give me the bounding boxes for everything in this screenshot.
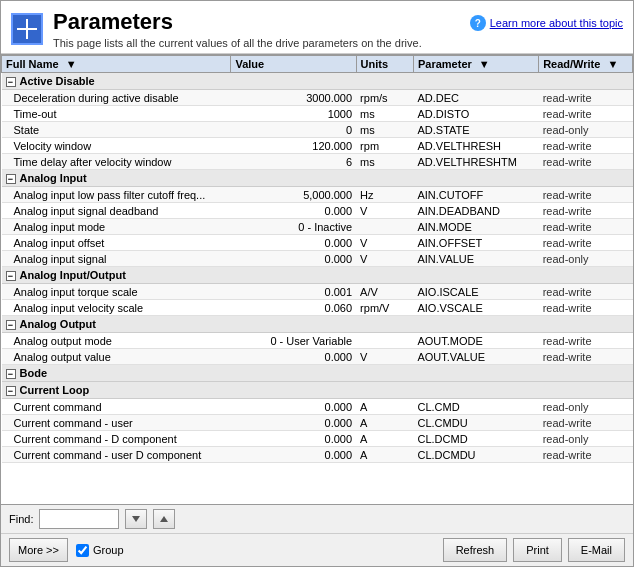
param-name: Current command xyxy=(2,399,231,415)
param-name: Current command - user xyxy=(2,415,231,431)
table-row[interactable]: Analog output mode0 - User VariableAOUT.… xyxy=(2,333,633,349)
param-rw: read-only xyxy=(539,399,633,415)
param-units: V xyxy=(356,235,413,251)
find-down-button[interactable] xyxy=(125,509,147,529)
help-link[interactable]: ? Learn more about this topic xyxy=(470,15,623,31)
table-row[interactable]: Current command0.000ACL.CMDread-only xyxy=(2,399,633,415)
table-row[interactable]: Velocity window120.000rpmAD.VELTHRESHrea… xyxy=(2,138,633,154)
group-toggle[interactable]: − xyxy=(6,386,16,396)
group-toggle[interactable]: − xyxy=(6,320,16,330)
param-code: AIO.VSCALE xyxy=(413,300,538,316)
param-name: Analog input velocity scale xyxy=(2,300,231,316)
page-title: Parameters xyxy=(53,9,422,35)
param-code: AD.DEC xyxy=(413,90,538,106)
table-row[interactable]: Current command - D component0.000ACL.DC… xyxy=(2,431,633,447)
param-name: Analog output value xyxy=(2,349,231,365)
learn-more-link[interactable]: Learn more about this topic xyxy=(490,17,623,29)
table-row[interactable]: Analog output value0.000VAOUT.VALUEread-… xyxy=(2,349,633,365)
table-row[interactable]: Analog input mode0 - InactiveAIN.MODErea… xyxy=(2,219,633,235)
param-rw: read-write xyxy=(539,349,633,365)
group-name: Analog Output xyxy=(20,318,96,330)
param-code: AIO.ISCALE xyxy=(413,284,538,300)
table-row[interactable]: Analog input offset0.000VAIN.OFFSETread-… xyxy=(2,235,633,251)
param-name: Analog input low pass filter cutoff freq… xyxy=(2,187,231,203)
table-row[interactable]: Deceleration during active disable3000.0… xyxy=(2,90,633,106)
group-toggle[interactable]: − xyxy=(6,271,16,281)
param-rw: read-write xyxy=(539,187,633,203)
col-header-value[interactable]: Value xyxy=(231,56,356,73)
param-code: CL.CMDU xyxy=(413,415,538,431)
group-header: −Analog Output xyxy=(2,316,633,333)
param-name: Time-out xyxy=(2,106,231,122)
group-name: Analog Input/Output xyxy=(20,269,126,281)
print-button[interactable]: Print xyxy=(513,538,562,562)
param-units: V xyxy=(356,349,413,365)
parameters-table: Full Name ▼ Value Units Parameter ▼ Read xyxy=(1,55,633,463)
table-row[interactable]: Time-out1000msAD.DISTOread-write xyxy=(2,106,633,122)
find-up-button[interactable] xyxy=(153,509,175,529)
param-value: 3000.000 xyxy=(231,90,356,106)
param-value: 0 xyxy=(231,122,356,138)
footer-left: More >> Group xyxy=(9,538,124,562)
header-text-block: Parameters This page lists all the curre… xyxy=(53,9,422,49)
svg-marker-0 xyxy=(132,516,140,522)
col-header-units[interactable]: Units xyxy=(356,56,413,73)
param-code: AD.DISTO xyxy=(413,106,538,122)
param-rw: read-write xyxy=(539,203,633,219)
col-header-parameter[interactable]: Parameter ▼ xyxy=(413,56,538,73)
param-rw: read-write xyxy=(539,138,633,154)
param-code: AIN.OFFSET xyxy=(413,235,538,251)
param-units: V xyxy=(356,203,413,219)
sort-icon-param: ▼ xyxy=(479,58,490,70)
param-units: ms xyxy=(356,122,413,138)
param-rw: read-write xyxy=(539,300,633,316)
group-checkbox[interactable] xyxy=(76,544,89,557)
param-value: 0.000 xyxy=(231,235,356,251)
param-code: AD.VELTHRESH xyxy=(413,138,538,154)
param-value: 6 xyxy=(231,154,356,170)
group-header: −Current Loop xyxy=(2,382,633,399)
param-units: rpm xyxy=(356,138,413,154)
table-row[interactable]: State0msAD.STATEread-only xyxy=(2,122,633,138)
param-value: 5,000.000 xyxy=(231,187,356,203)
email-button[interactable]: E-Mail xyxy=(568,538,625,562)
group-toggle[interactable]: − xyxy=(6,369,16,379)
help-icon: ? xyxy=(470,15,486,31)
param-name: Deceleration during active disable xyxy=(2,90,231,106)
svg-marker-1 xyxy=(160,516,168,522)
table-row[interactable]: Analog input signal deadband0.000VAIN.DE… xyxy=(2,203,633,219)
table-row[interactable]: Time delay after velocity window6msAD.VE… xyxy=(2,154,633,170)
param-value: 0.060 xyxy=(231,300,356,316)
main-container: Parameters This page lists all the curre… xyxy=(0,0,634,567)
refresh-button[interactable]: Refresh xyxy=(443,538,508,562)
group-toggle[interactable]: − xyxy=(6,174,16,184)
table-container[interactable]: Full Name ▼ Value Units Parameter ▼ Read xyxy=(1,54,633,504)
group-name: Current Loop xyxy=(20,384,90,396)
group-name: Active Disable xyxy=(20,75,95,87)
table-row[interactable]: Analog input low pass filter cutoff freq… xyxy=(2,187,633,203)
param-units: A/V xyxy=(356,284,413,300)
param-rw: read-only xyxy=(539,122,633,138)
param-rw: read-write xyxy=(539,284,633,300)
table-row[interactable]: Current command - user0.000ACL.CMDUread-… xyxy=(2,415,633,431)
col-header-name[interactable]: Full Name ▼ xyxy=(2,56,231,73)
param-name: Analog output mode xyxy=(2,333,231,349)
param-value: 0.000 xyxy=(231,349,356,365)
group-name: Bode xyxy=(20,367,48,379)
group-header: −Analog Input/Output xyxy=(2,267,633,284)
col-header-rw[interactable]: Read/Write ▼ xyxy=(539,56,633,73)
param-code: AIN.CUTOFF xyxy=(413,187,538,203)
find-label: Find: xyxy=(9,513,33,525)
group-name: Analog Input xyxy=(20,172,87,184)
table-row[interactable]: Analog input velocity scale0.060rpm/VAIO… xyxy=(2,300,633,316)
table-row[interactable]: Analog input torque scale0.001A/VAIO.ISC… xyxy=(2,284,633,300)
find-input[interactable] xyxy=(39,509,119,529)
group-header: −Bode xyxy=(2,365,633,382)
group-toggle[interactable]: − xyxy=(6,77,16,87)
param-name: Current command - user D component xyxy=(2,447,231,463)
param-value: 0.000 xyxy=(231,251,356,267)
table-row[interactable]: Analog input signal0.000VAIN.VALUEread-o… xyxy=(2,251,633,267)
table-row[interactable]: Current command - user D component0.000A… xyxy=(2,447,633,463)
group-checkbox-container: Group xyxy=(76,544,124,557)
more-button[interactable]: More >> xyxy=(9,538,68,562)
